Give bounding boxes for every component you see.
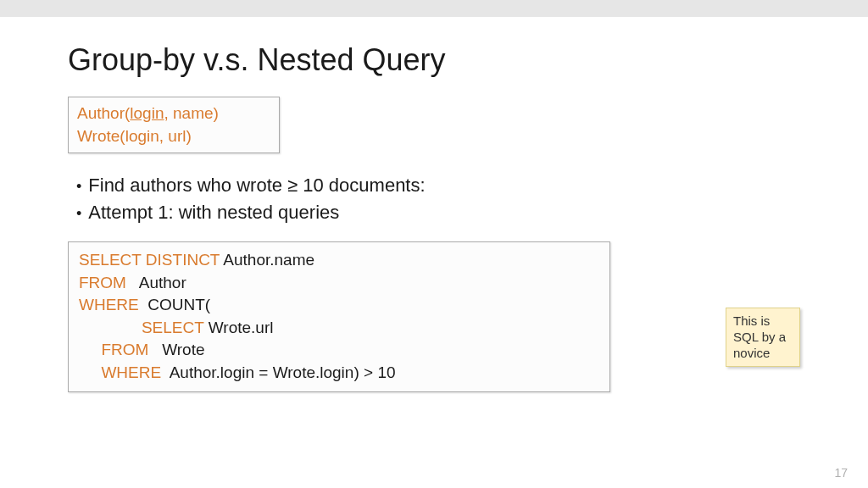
bullet-item: • Find authors who wrote ≥ 10 documents:: [76, 172, 809, 199]
sql-line: WHERE Author.login = Wrote.login) > 10: [79, 362, 599, 385]
bullet-dot-icon: •: [76, 202, 81, 225]
bullet-dot-icon: •: [76, 175, 81, 197]
schema-author: Author(login, name): [77, 103, 270, 125]
slide-content: Group-by v.s. Nested Query Author(login,…: [0, 17, 868, 488]
bullet-item: • Attempt 1: with nested queries: [76, 199, 809, 226]
sql-line: FROM Author: [79, 272, 599, 295]
sql-code-box: SELECT DISTINCT Author.name FROM Author …: [68, 241, 610, 392]
schema-text: Author(: [77, 104, 130, 122]
page-number: 17: [834, 466, 848, 480]
schema-text: , name): [164, 104, 218, 122]
slide-title: Group-by v.s. Nested Query: [68, 42, 809, 78]
bullet-text: Attempt 1: with nested queries: [88, 199, 339, 226]
bullet-list: • Find authors who wrote ≥ 10 documents:…: [76, 172, 809, 226]
bullet-text: Find authors who wrote ≥ 10 documents:: [88, 172, 425, 199]
schema-box: Author(login, name) Wrote(login, url): [68, 97, 280, 153]
sql-line: SELECT Wrote.url: [79, 317, 599, 340]
schema-key: login: [130, 104, 164, 122]
sql-line: SELECT DISTINCT Author.name: [79, 249, 599, 272]
annotation-note: This is SQL by a novice: [726, 308, 800, 367]
schema-wrote: Wrote(login, url): [77, 125, 270, 148]
sql-line: WHERE COUNT(: [79, 294, 599, 317]
sql-line: FROM Wrote: [79, 339, 599, 362]
window-top-bar: [0, 0, 868, 17]
